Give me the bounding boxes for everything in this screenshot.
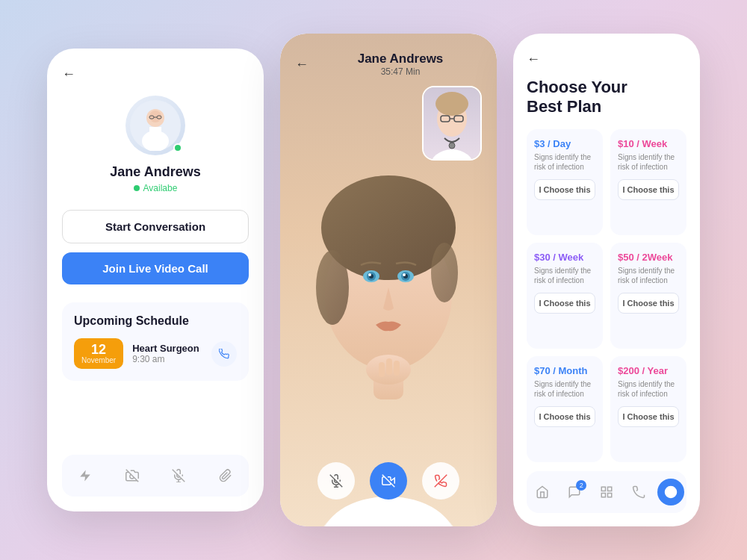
pnav-home-icon[interactable] <box>529 479 556 505</box>
svg-rect-3 <box>149 127 161 140</box>
status-row: Availabe <box>134 183 178 193</box>
online-indicator <box>173 143 182 152</box>
video-call-name: Jane Andrews <box>319 52 482 66</box>
end-call-icon <box>434 474 447 488</box>
date-box: 12 November <box>74 338 123 369</box>
video-toggle-button[interactable] <box>370 462 407 500</box>
nav-camera-icon[interactable] <box>119 462 146 489</box>
back-button-2[interactable]: ← <box>295 57 309 72</box>
svg-point-36 <box>436 92 468 116</box>
plan-price-4: $70 / Month <box>534 365 595 376</box>
screen2-video: ← Jane Andrews 35:47 Min <box>280 34 497 526</box>
schedule-section: Upcoming Schedule 12 November Heart Surg… <box>62 302 249 381</box>
svg-rect-48 <box>607 494 611 497</box>
svg-rect-49 <box>601 494 605 497</box>
svg-marker-8 <box>81 470 91 482</box>
doctor-name-1: Jane Andrews <box>110 164 200 180</box>
schedule-item: 12 November Heart Surgeon 9:30 am <box>74 338 237 369</box>
plan-card-2: $30 / Week Signs identify the risk of in… <box>527 243 603 349</box>
plan-bottom-nav: 2 <box>527 471 686 513</box>
plan-price-0: $3 / Day <box>534 138 595 149</box>
svg-point-4 <box>149 111 161 122</box>
svg-rect-46 <box>601 487 605 491</box>
plan-desc-5: Signs identify the risk of infection <box>618 379 679 399</box>
plan-price-2: $30 / Week <box>534 252 595 263</box>
plan-card-5: $200 / Year Signs identify the risk of i… <box>610 356 686 462</box>
video-title-col: Jane Andrews 35:47 Min <box>319 52 482 77</box>
date-number: 12 <box>81 343 116 356</box>
video-controls <box>295 450 482 511</box>
screen3-plans: ← Choose Your Best Plan $3 / Day Signs i… <box>513 34 700 526</box>
plan-price-3: $50 / 2Week <box>618 252 679 263</box>
date-month: November <box>81 356 116 364</box>
choose-plan-button-1[interactable]: I Choose this <box>618 179 679 200</box>
schedule-type: Heart Surgeon <box>132 343 202 354</box>
plan-card-0: $3 / Day Signs identify the risk of infe… <box>527 129 603 235</box>
choose-plan-button-4[interactable]: I Choose this <box>534 406 595 427</box>
pnav-active-icon[interactable] <box>657 479 684 505</box>
start-conversation-button[interactable]: Start Conversation <box>62 210 249 243</box>
svg-line-9 <box>126 470 139 482</box>
bottom-nav-1 <box>62 455 249 497</box>
video-off-icon <box>382 474 395 488</box>
nav-attachment-icon[interactable] <box>212 462 239 489</box>
plan-title: Choose Your Best Plan <box>527 78 686 117</box>
video-header: ← Jane Andrews 35:47 Min <box>295 52 482 77</box>
doctor-avatar-svg <box>130 100 181 151</box>
plans-grid: $3 / Day Signs identify the risk of infe… <box>527 129 686 462</box>
status-dot <box>134 185 140 191</box>
doctor-avatar-wrapper <box>125 96 185 155</box>
plan-price-5: $200 / Year <box>618 365 679 376</box>
schedule-info: Heart Surgeon 9:30 am <box>132 343 202 364</box>
pnav-medical-icon[interactable] <box>625 479 652 505</box>
screen1-profile: ← Jane Andrews Avai <box>47 49 264 511</box>
plan-price-1: $10 / Week <box>618 138 679 149</box>
status-text: Availabe <box>143 183 178 193</box>
phone-icon <box>219 349 229 359</box>
screens-container: ← Jane Andrews Avai <box>47 34 700 526</box>
nav-mic-icon[interactable] <box>165 462 192 489</box>
nav-flash-icon[interactable] <box>72 462 99 489</box>
svg-rect-47 <box>607 487 611 491</box>
plan-desc-2: Signs identify the risk of infection <box>534 266 595 285</box>
pnav-chat-icon[interactable]: 2 <box>561 479 588 505</box>
self-avatar-svg <box>424 87 480 159</box>
call-icon-button[interactable] <box>211 341 237 367</box>
plan-desc-1: Signs identify the risk of infection <box>618 152 679 172</box>
back-button-3[interactable]: ← <box>527 52 686 67</box>
back-button-1[interactable]: ← <box>62 66 75 82</box>
plan-desc-0: Signs identify the risk of infection <box>534 152 595 172</box>
schedule-title: Upcoming Schedule <box>74 314 237 328</box>
choose-plan-button-3[interactable]: I Choose this <box>618 293 679 314</box>
choose-plan-button-2[interactable]: I Choose this <box>534 293 595 314</box>
plan-card-3: $50 / 2Week Signs identify the risk of i… <box>610 243 686 349</box>
schedule-time: 9:30 am <box>132 354 202 364</box>
plan-card-1: $10 / Week Signs identify the risk of in… <box>610 129 686 235</box>
video-duration: 35:47 Min <box>319 66 482 77</box>
pnav-profile-icon[interactable] <box>593 479 620 505</box>
svg-point-40 <box>449 143 455 149</box>
choose-plan-button-5[interactable]: I Choose this <box>618 406 679 427</box>
plan-desc-3: Signs identify the risk of infection <box>618 266 679 285</box>
choose-plan-button-0[interactable]: I Choose this <box>534 179 595 200</box>
mic-icon <box>329 474 343 488</box>
mic-button[interactable] <box>317 462 355 500</box>
end-call-button[interactable] <box>422 462 459 500</box>
plan-card-4: $70 / Month Signs identify the risk of i… <box>527 356 603 462</box>
video-overlay: ← Jane Andrews 35:47 Min <box>280 34 497 526</box>
self-video-thumbnail <box>422 86 482 161</box>
join-video-call-button[interactable]: Join Live Video Call <box>62 252 249 284</box>
chat-badge: 2 <box>576 480 586 491</box>
plan-desc-4: Signs identify the risk of infection <box>534 379 595 399</box>
